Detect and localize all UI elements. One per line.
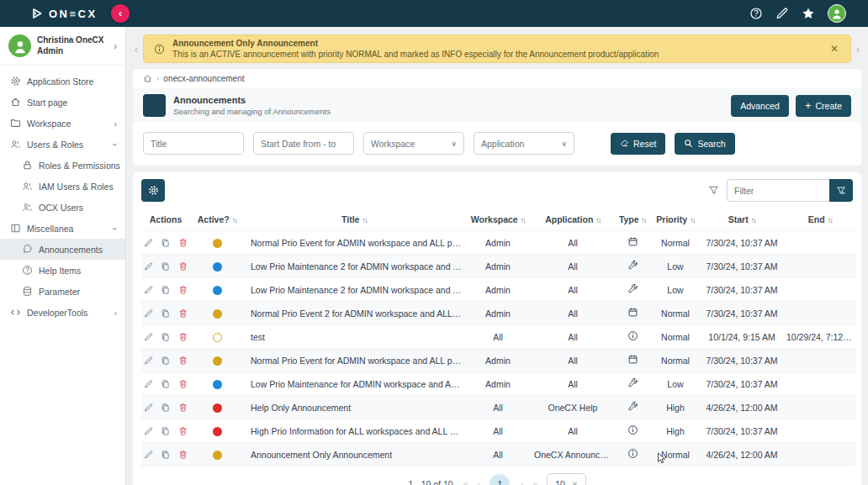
column-header-active[interactable]: Active?↑↓ bbox=[190, 208, 244, 231]
copy-button[interactable] bbox=[161, 308, 170, 319]
edit-button[interactable] bbox=[144, 238, 153, 248]
delete-button[interactable] bbox=[178, 379, 188, 389]
edit-button[interactable] bbox=[144, 450, 153, 460]
edit-button[interactable] bbox=[144, 308, 153, 319]
prev-page-icon[interactable]: ‹ bbox=[478, 479, 480, 485]
title-cell[interactable]: Low Prio Maintenance 2 for ADMIN workspa… bbox=[244, 255, 464, 278]
edit-button[interactable] bbox=[144, 426, 153, 436]
page-number-button[interactable]: 1 bbox=[490, 474, 510, 485]
title-cell[interactable]: Normal Prio Event for ADMIN workspace an… bbox=[244, 231, 464, 255]
sidebar-item-miscellanea[interactable]: Miscellanea› bbox=[0, 218, 125, 239]
next-page-icon[interactable]: › bbox=[520, 479, 522, 485]
search-button[interactable]: Search bbox=[675, 133, 734, 155]
column-header-start[interactable]: Start↑↓ bbox=[700, 208, 784, 231]
column-header-title[interactable]: Title↑↓ bbox=[244, 208, 464, 231]
delete-button[interactable] bbox=[178, 285, 188, 295]
breadcrumb-item[interactable]: onecx-announcement bbox=[163, 74, 244, 83]
sort-icon[interactable]: ↑↓ bbox=[362, 216, 367, 224]
edit-button[interactable] bbox=[144, 285, 153, 295]
copy-button[interactable] bbox=[161, 450, 170, 460]
title-filter-input[interactable] bbox=[143, 132, 244, 155]
copy-button[interactable] bbox=[161, 261, 170, 271]
edit-pencil-icon[interactable] bbox=[775, 7, 789, 20]
sidebar-item-ocx-users[interactable]: OCX Users bbox=[0, 197, 125, 218]
reset-button[interactable]: Reset bbox=[611, 133, 665, 155]
title-cell[interactable]: Help Only Announcement bbox=[244, 396, 464, 419]
wrench-icon bbox=[627, 283, 638, 294]
delete-button[interactable] bbox=[178, 308, 188, 319]
table-filter-input[interactable] bbox=[727, 179, 829, 202]
delete-button[interactable] bbox=[178, 238, 188, 248]
title-cell[interactable]: High Prio Information for ALL workspaces… bbox=[244, 419, 464, 443]
banner-close-icon[interactable]: ✕ bbox=[828, 43, 840, 55]
delete-button[interactable] bbox=[178, 403, 188, 413]
application-select[interactable]: Application∨ bbox=[474, 132, 574, 155]
start-date-filter-input[interactable] bbox=[253, 132, 354, 155]
sort-icon[interactable]: ↑↓ bbox=[690, 216, 695, 224]
copy-button[interactable] bbox=[161, 238, 170, 248]
copy-button[interactable] bbox=[161, 332, 170, 342]
first-page-icon[interactable]: « bbox=[463, 479, 468, 485]
sidebar-item-help-items[interactable]: Help Items bbox=[0, 260, 125, 281]
edit-button[interactable] bbox=[144, 403, 153, 413]
user-profile-menu[interactable]: Christina OneCX Admin › bbox=[0, 27, 125, 66]
sort-icon[interactable]: ↑↓ bbox=[232, 216, 237, 224]
favorites-star-icon[interactable] bbox=[802, 7, 815, 20]
sidebar-item-announcements[interactable]: Announcements bbox=[0, 239, 125, 260]
column-header-end[interactable]: End↑↓ bbox=[784, 208, 856, 231]
column-header-priority[interactable]: Priority↑↓ bbox=[651, 208, 700, 231]
delete-button[interactable] bbox=[178, 426, 188, 436]
sidebar-item-users-roles[interactable]: Users & Roles› bbox=[0, 134, 125, 155]
carousel-prev-icon[interactable]: ‹ bbox=[133, 43, 140, 55]
title-cell[interactable]: Normal Prio Event 2 for ADMIN workspace … bbox=[244, 302, 464, 325]
sort-icon[interactable]: ↑↓ bbox=[595, 216, 601, 224]
help-circle-icon[interactable] bbox=[749, 7, 763, 20]
sidebar-item-start-page[interactable]: Start page bbox=[0, 92, 125, 113]
sidebar-item-iam-users-roles[interactable]: IAM Users & Roles bbox=[0, 176, 125, 197]
sidebar-collapse-button[interactable]: ‹ bbox=[111, 4, 130, 23]
copy-button[interactable] bbox=[161, 285, 170, 295]
delete-button[interactable] bbox=[178, 261, 188, 271]
advanced-button[interactable]: Advanced bbox=[731, 95, 789, 117]
edit-button[interactable] bbox=[144, 261, 153, 271]
sidebar-item-roles-permissions[interactable]: Roles & Permissions bbox=[0, 155, 125, 176]
home-icon[interactable] bbox=[143, 74, 152, 83]
sort-icon[interactable]: ↑↓ bbox=[828, 216, 833, 224]
edit-button[interactable] bbox=[144, 356, 153, 366]
copy-button[interactable] bbox=[161, 356, 170, 366]
sidebar-item-application-store[interactable]: Application Store bbox=[0, 71, 125, 92]
edit-button[interactable] bbox=[144, 379, 153, 389]
title-cell[interactable]: Normal Prio Event for ADMIN workspace an… bbox=[244, 349, 464, 372]
copy-button[interactable] bbox=[161, 426, 170, 436]
sort-icon[interactable]: ↑↓ bbox=[642, 216, 647, 224]
delete-button[interactable] bbox=[178, 450, 188, 460]
last-page-icon[interactable]: » bbox=[532, 479, 537, 485]
column-header-workspace[interactable]: Workspace↑↓ bbox=[464, 208, 532, 231]
carousel-next-icon[interactable]: › bbox=[855, 43, 861, 55]
title-cell[interactable]: Low Prio Maintenance 2 for ADMIN workspa… bbox=[244, 278, 464, 302]
workspace-select[interactable]: Workspace∨ bbox=[363, 132, 464, 155]
column-header-application[interactable]: Application↑↓ bbox=[532, 208, 614, 231]
user-avatar[interactable] bbox=[828, 4, 846, 23]
title-cell[interactable]: Announcement Only Announcement bbox=[244, 443, 464, 467]
application-cell: OneCX Announcement bbox=[532, 443, 614, 467]
sort-icon[interactable]: ↑↓ bbox=[521, 216, 526, 224]
plus-icon: + bbox=[805, 99, 812, 112]
title-cell[interactable]: Low Prio Maintenance for ADMIN workspace… bbox=[244, 372, 464, 396]
edit-button[interactable] bbox=[144, 332, 153, 342]
clear-filter-button[interactable] bbox=[829, 179, 853, 202]
row-actions bbox=[144, 302, 188, 324]
delete-button[interactable] bbox=[178, 332, 188, 342]
title-cell[interactable]: test bbox=[244, 325, 464, 349]
copy-button[interactable] bbox=[161, 379, 170, 389]
sidebar-item-workspace[interactable]: Workspace› bbox=[0, 113, 125, 134]
column-settings-button[interactable] bbox=[141, 179, 165, 202]
delete-button[interactable] bbox=[178, 356, 188, 366]
copy-button[interactable] bbox=[161, 403, 170, 413]
page-size-select[interactable]: 10∨ bbox=[547, 473, 585, 485]
sidebar-item-parameter[interactable]: Parameter bbox=[0, 281, 125, 302]
sort-icon[interactable]: ↑↓ bbox=[751, 216, 756, 224]
column-header-type[interactable]: Type↑↓ bbox=[614, 208, 651, 231]
sidebar-item-developertools[interactable]: DeveloperTools› bbox=[0, 302, 125, 323]
create-button[interactable]: +Create bbox=[796, 95, 851, 117]
